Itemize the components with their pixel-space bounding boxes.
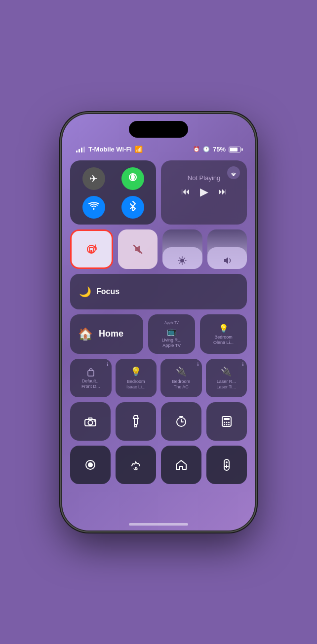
isaac-light-button[interactable]: 💡 Bedroom Isaac Li... bbox=[116, 359, 157, 397]
svg-point-25 bbox=[226, 421, 228, 423]
camera-button[interactable] bbox=[70, 402, 111, 441]
alarm-icon: ⏰ bbox=[193, 146, 200, 152]
svg-point-32 bbox=[135, 467, 137, 469]
media-controls: ⏮ ▶ ⏭ bbox=[168, 186, 240, 198]
status-right: ⏰ 🕐 75% bbox=[193, 146, 241, 153]
the-ac-label: Bedroom The AC bbox=[172, 379, 190, 390]
now-playing-widget: Not Playing ⏮ ▶ ⏭ bbox=[161, 160, 247, 225]
screen-record-button[interactable] bbox=[70, 446, 111, 484]
status-left: T-Mobile Wi-Fi 📶 bbox=[76, 146, 143, 153]
sound-recognition-button[interactable] bbox=[116, 446, 156, 484]
the-ac-button[interactable]: ℹ 🔌 Bedroom The AC bbox=[160, 359, 202, 397]
appletv-badge: Apple TV bbox=[164, 321, 179, 324]
flashlight-button[interactable] bbox=[116, 402, 156, 441]
dynamic-island bbox=[129, 121, 188, 138]
row-quick-actions bbox=[70, 402, 247, 441]
front-door-label: Default... Front D... bbox=[81, 379, 100, 389]
svg-line-12 bbox=[180, 258, 181, 259]
bulb-sh-icon: 💡 bbox=[130, 366, 141, 377]
home-shortcut-button[interactable] bbox=[161, 446, 201, 484]
mute-button[interactable] bbox=[118, 229, 158, 269]
row-smart-home: ℹ Default... Front D... 💡 Bedroom Isaac … bbox=[70, 359, 247, 397]
cellular-button[interactable] bbox=[121, 167, 144, 190]
svg-line-15 bbox=[180, 263, 181, 264]
svg-point-24 bbox=[224, 421, 225, 423]
wifi-icon bbox=[88, 201, 99, 213]
moon-icon: 🌙 bbox=[79, 286, 91, 298]
svg-line-6 bbox=[134, 245, 142, 253]
battery-percent: 75% bbox=[213, 146, 226, 153]
apple-tv-label: Living R... Apple TV bbox=[162, 338, 182, 348]
isaac-light-label: Bedroom Isaac Li... bbox=[126, 379, 146, 390]
front-door-button[interactable]: ℹ Default... Front D... bbox=[70, 359, 112, 397]
control-center: ✈ bbox=[70, 160, 247, 516]
svg-rect-20 bbox=[134, 418, 137, 424]
apple-tv-button[interactable]: Apple TV 📺 Living R... Apple TV bbox=[148, 314, 195, 354]
focus-label: Focus bbox=[96, 287, 119, 296]
svg-point-2 bbox=[233, 175, 235, 176]
outlet-icon: 🔌 bbox=[176, 366, 187, 377]
clock-icon: 🕐 bbox=[203, 146, 210, 152]
home-label: Home bbox=[99, 329, 123, 339]
tv-icon: 📺 bbox=[167, 327, 177, 336]
remote-button[interactable] bbox=[206, 446, 247, 484]
wifi-toggle-button[interactable] bbox=[82, 196, 105, 219]
connectivity-widget[interactable]: ✈ bbox=[70, 160, 156, 225]
row-bottom bbox=[70, 446, 247, 484]
info-icon-2: ℹ bbox=[197, 362, 199, 367]
bedroom-light-button[interactable]: 💡 Bedroom Olena Li... bbox=[200, 314, 247, 354]
svg-point-31 bbox=[88, 462, 93, 467]
bedroom-light-label: Bedroom Olena Li... bbox=[213, 335, 234, 345]
svg-point-28 bbox=[226, 424, 228, 425]
phone-frame: T-Mobile Wi-Fi 📶 ⏰ 🕐 75% ✈ bbox=[62, 114, 255, 530]
info-icon-1: ℹ bbox=[107, 362, 109, 367]
svg-point-29 bbox=[228, 424, 230, 425]
airplane-mode-button[interactable]: ✈ bbox=[82, 167, 105, 190]
svg-point-34 bbox=[226, 461, 228, 463]
play-button[interactable]: ▶ bbox=[200, 186, 208, 198]
wifi-status-icon: 📶 bbox=[135, 146, 143, 153]
cellular-icon bbox=[127, 172, 138, 185]
fast-forward-button[interactable]: ⏭ bbox=[218, 187, 227, 197]
signal-bar-1 bbox=[76, 151, 78, 152]
status-bar: T-Mobile Wi-Fi 📶 ⏰ 🕐 75% bbox=[62, 143, 255, 156]
brightness-slider[interactable] bbox=[162, 229, 202, 269]
home-indicator bbox=[129, 523, 188, 526]
svg-point-26 bbox=[228, 421, 230, 423]
info-icon-3: ℹ bbox=[242, 362, 244, 367]
svg-point-7 bbox=[180, 259, 184, 263]
bluetooth-button[interactable] bbox=[121, 196, 144, 219]
home-widget[interactable]: 🏠 Home bbox=[70, 314, 143, 354]
bulb-icon: 💡 bbox=[219, 324, 229, 333]
battery-fill bbox=[230, 148, 238, 152]
svg-point-19 bbox=[94, 420, 95, 421]
signal-bar-3 bbox=[81, 148, 82, 152]
row-connectivity-media: ✈ bbox=[70, 160, 247, 225]
signal-bars bbox=[76, 147, 85, 152]
svg-line-13 bbox=[184, 263, 185, 264]
svg-rect-16 bbox=[88, 371, 94, 376]
airplane-icon: ✈ bbox=[89, 173, 98, 185]
svg-rect-23 bbox=[224, 418, 230, 420]
signal-bar-2 bbox=[79, 149, 80, 152]
svg-point-18 bbox=[88, 420, 93, 425]
carrier-label: T-Mobile Wi-Fi bbox=[88, 146, 132, 153]
home-icon: 🏠 bbox=[78, 327, 93, 341]
outlet-icon-2: 🔌 bbox=[221, 366, 232, 377]
laser-timer-button[interactable]: ℹ 🔌 Laser R... Laser Ti... bbox=[206, 359, 247, 397]
airplay-button[interactable] bbox=[227, 166, 240, 179]
svg-line-14 bbox=[184, 258, 185, 259]
svg-point-27 bbox=[224, 424, 225, 425]
timer-button[interactable] bbox=[161, 402, 201, 441]
focus-button[interactable]: 🌙 Focus bbox=[70, 274, 247, 309]
row-focus: 🌙 Focus bbox=[70, 274, 247, 309]
bluetooth-icon bbox=[129, 200, 136, 214]
row-home: 🏠 Home Apple TV 📺 Living R... Apple TV 💡… bbox=[70, 314, 247, 354]
calculator-button[interactable] bbox=[206, 402, 247, 441]
volume-slider[interactable] bbox=[207, 229, 247, 269]
rotation-lock-button[interactable] bbox=[70, 229, 113, 269]
laser-timer-label: Laser R... Laser Ti... bbox=[216, 379, 236, 390]
row-small-buttons bbox=[70, 229, 247, 269]
signal-bar-4 bbox=[83, 147, 85, 152]
rewind-button[interactable]: ⏮ bbox=[181, 187, 190, 197]
